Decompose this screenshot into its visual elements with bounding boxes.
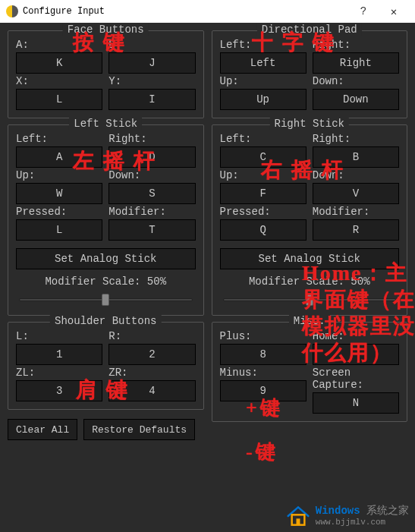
- bind-dpad-up-button[interactable]: Up: [220, 89, 307, 110]
- right-stick-group: Right Stick Left:C Right:B Up:F Down:V P…: [212, 124, 408, 316]
- bind-b-button[interactable]: J: [108, 52, 195, 74]
- bind-rs-down-button[interactable]: V: [313, 183, 399, 204]
- close-button[interactable]: ✕: [379, 0, 409, 23]
- bind-rs-modifier-button[interactable]: R: [313, 219, 399, 241]
- label-ls-left: Left:: [16, 133, 102, 145]
- label-zr: ZR:: [108, 367, 195, 379]
- bind-dpad-down-button[interactable]: Down: [313, 89, 399, 110]
- label-rs-left: Left:: [220, 133, 307, 145]
- label-dpad-left: Left:: [220, 39, 307, 51]
- group-title: Left Stick: [69, 118, 142, 130]
- face-buttons-group: Face Buttons A:K B:J X:L Y:I: [8, 30, 204, 118]
- app-logo-icon: [6, 5, 18, 17]
- bind-dpad-left-button[interactable]: Left: [220, 52, 307, 74]
- bind-home-button[interactable]: [313, 344, 399, 365]
- label-zl: ZL:: [16, 367, 102, 379]
- group-title: Shoulder Buttons: [50, 315, 161, 327]
- bind-dpad-right-button[interactable]: Right: [313, 52, 399, 74]
- titlebar: Configure Input ? ✕: [0, 0, 415, 23]
- label-rs-pressed: Pressed:: [220, 206, 307, 218]
- group-title: Directional Pad: [257, 24, 362, 36]
- slider-thumb-icon[interactable]: [306, 294, 313, 306]
- bind-ls-pressed-button[interactable]: L: [16, 219, 102, 241]
- label-ls-down: Down:: [108, 169, 195, 181]
- slider-thumb-icon[interactable]: [102, 294, 109, 306]
- bind-a-button[interactable]: K: [16, 52, 102, 74]
- label-dpad-down: Down:: [313, 75, 399, 87]
- bind-l-button[interactable]: 1: [16, 344, 102, 365]
- label-b: B:: [108, 39, 195, 51]
- label-y: Y:: [108, 75, 195, 87]
- bind-ls-down-button[interactable]: S: [108, 183, 195, 204]
- group-title: Misc.: [289, 315, 330, 327]
- set-analog-left-button[interactable]: Set Analog Stick: [16, 248, 196, 269]
- group-title: Right Stick: [270, 118, 349, 130]
- bind-plus-button[interactable]: 8: [220, 344, 307, 365]
- dpad-group: Directional Pad Left:Left Right:Right Up…: [212, 30, 408, 118]
- bind-zr-button[interactable]: 4: [108, 380, 195, 401]
- label-minus: Minus:: [220, 367, 307, 379]
- bind-screen-capture-button[interactable]: N: [313, 392, 399, 414]
- set-analog-right-button[interactable]: Set Analog Stick: [220, 248, 400, 269]
- bind-rs-pressed-button[interactable]: Q: [220, 219, 307, 241]
- bind-rs-up-button[interactable]: F: [220, 183, 307, 204]
- group-title: Face Buttons: [63, 24, 149, 36]
- bind-ls-right-button[interactable]: D: [108, 146, 195, 168]
- left-stick-group: Left Stick Left:A Right:D Up:W Down:S Pr…: [8, 124, 204, 316]
- rs-modifier-scale-label: Modifier Scale: 50%: [220, 275, 400, 288]
- bind-ls-left-button[interactable]: A: [16, 146, 102, 168]
- label-a: A:: [16, 39, 102, 51]
- label-rs-right: Right:: [313, 133, 399, 145]
- label-r: R:: [108, 330, 195, 342]
- label-dpad-right: Right:: [313, 39, 399, 51]
- help-button[interactable]: ?: [348, 0, 379, 23]
- bind-ls-modifier-button[interactable]: T: [108, 219, 195, 241]
- label-ls-pressed: Pressed:: [16, 206, 102, 218]
- restore-defaults-button[interactable]: Restore Defaults: [83, 419, 195, 440]
- label-plus: Plus:: [220, 330, 307, 342]
- clear-all-button[interactable]: Clear All: [8, 419, 77, 440]
- bind-y-button[interactable]: I: [108, 89, 195, 110]
- label-ls-right: Right:: [108, 133, 195, 145]
- misc-group: Misc. Plus:8 Home: Minus:9 Screen Captur…: [212, 322, 408, 422]
- rs-modifier-scale-slider[interactable]: [223, 294, 397, 306]
- label-ls-up: Up:: [16, 169, 102, 181]
- label-home: Home:: [313, 330, 399, 342]
- label-ls-modifier: Modifier:: [108, 206, 195, 218]
- label-rs-up: Up:: [220, 169, 307, 181]
- shoulder-buttons-group: Shoulder Buttons L:1 R:2 ZL:3 ZR:4: [8, 322, 204, 410]
- bind-ls-up-button[interactable]: W: [16, 183, 102, 204]
- bind-minus-button[interactable]: 9: [220, 380, 307, 401]
- label-rs-down: Down:: [313, 169, 399, 181]
- label-x: X:: [16, 75, 102, 87]
- bind-r-button[interactable]: 2: [108, 344, 195, 365]
- bind-rs-left-button[interactable]: C: [220, 146, 307, 168]
- label-l: L:: [16, 330, 102, 342]
- ls-modifier-scale-label: Modifier Scale: 50%: [16, 275, 196, 288]
- bind-rs-right-button[interactable]: B: [313, 146, 399, 168]
- label-dpad-up: Up:: [220, 75, 307, 87]
- ls-modifier-scale-slider[interactable]: [19, 294, 193, 306]
- window-title: Configure Input: [23, 6, 348, 17]
- label-screen-capture: Screen Capture:: [313, 367, 399, 391]
- bind-x-button[interactable]: L: [16, 89, 102, 110]
- label-rs-modifier: Modifier:: [313, 206, 399, 218]
- bind-zl-button[interactable]: 3: [16, 380, 102, 401]
